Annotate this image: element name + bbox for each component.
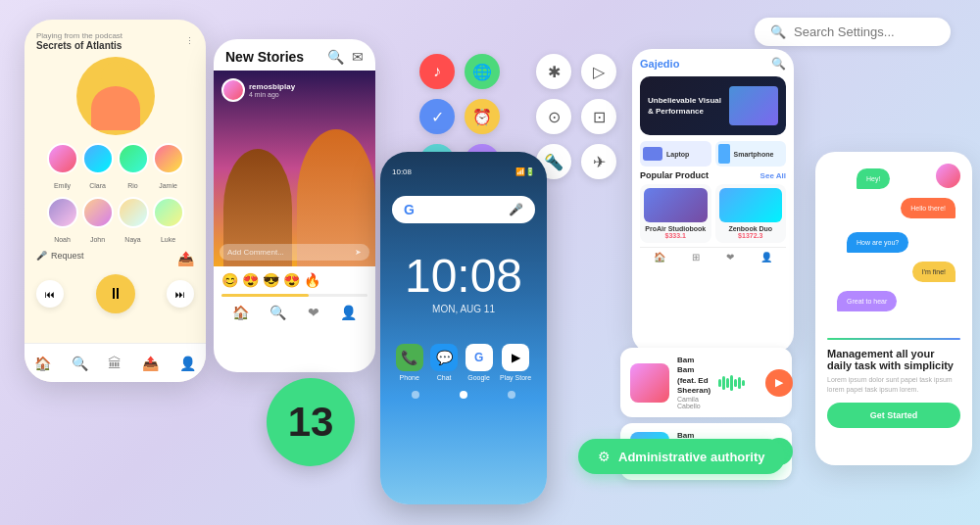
profile-bottom-icon[interactable]: 👤 <box>340 305 357 320</box>
get-started-button[interactable]: Get Started <box>827 403 960 428</box>
phone2-header: New Stories 🔍 ✉ <box>214 39 375 71</box>
timer-app-icon[interactable]: ⊙ <box>536 99 571 134</box>
name-luke: Luke <box>153 236 184 243</box>
comment-placeholder: Add Comment... <box>227 248 284 257</box>
cat-laptop: Laptop <box>666 151 689 158</box>
emoji-2[interactable]: 😍 <box>242 272 259 288</box>
wave-bar <box>742 380 745 386</box>
story-preview[interactable]: remosbiplay 4 min ago Add Comment... ➤ <box>214 71 375 266</box>
explore-bottom-icon[interactable]: 🔍 <box>270 305 286 320</box>
product-2[interactable]: Zenbook Duo $1372.3 <box>715 184 787 243</box>
emoji-5[interactable]: 🔥 <box>304 272 320 288</box>
phone4-search-icon[interactable]: 🔍 <box>771 57 786 71</box>
emoji-4[interactable]: 😍 <box>283 272 300 288</box>
stories-search-icon[interactable]: 🔍 <box>327 49 344 65</box>
phone1-request[interactable]: 🎤 Request <box>36 251 84 261</box>
home-bottom-icon[interactable]: 🏠 <box>232 305 249 320</box>
play-pause-button[interactable]: ⏸ <box>96 274 135 313</box>
phone1-more-icon[interactable]: ⋮ <box>185 36 194 46</box>
name-jamie: Jamie <box>153 182 184 189</box>
music-waveform-1 <box>718 373 758 393</box>
search-input[interactable] <box>794 24 935 39</box>
mic-google-icon[interactable]: 🎤 <box>509 203 523 216</box>
search-icon: 🔍 <box>770 24 786 39</box>
play-button-1[interactable]: ▶ <box>765 369 793 397</box>
nav-dot-3 <box>508 391 515 399</box>
phone3-date: MON, AUG 11 <box>392 304 535 314</box>
phone4-grid-icon[interactable]: ⊞ <box>692 252 700 262</box>
crop-app-icon[interactable]: ⊡ <box>581 99 616 134</box>
phone4-heart-icon[interactable]: ❤ <box>726 252 734 262</box>
playback-controls: ⏮ ⏸ ⏭ <box>36 274 194 313</box>
story-bottom-nav: 🏠 🔍 ❤ 👤 <box>214 297 375 328</box>
chat-avatar <box>936 164 960 188</box>
product-1[interactable]: ProAir Studiobook $333.1 <box>640 184 711 243</box>
friend-emily[interactable] <box>47 143 78 174</box>
next-button[interactable]: ⏭ <box>167 280 194 308</box>
phone1-song-title: Secrets of Atlantis <box>36 40 122 51</box>
wave-bar <box>718 379 721 387</box>
chat-app-icon: 💬 <box>430 344 458 371</box>
friend-clara[interactable] <box>82 143 114 174</box>
wave-bar <box>722 376 725 390</box>
phone1-friends-row1 <box>36 143 194 174</box>
chat-bubble-1: Hey! <box>857 168 890 189</box>
emoji-1[interactable]: 😊 <box>221 272 238 288</box>
phone1-friends-row2 <box>36 197 194 228</box>
phone2-stories: New Stories 🔍 ✉ remosbiplay 4 min ago Ad… <box>214 39 375 372</box>
music-thumb-1 <box>630 363 669 403</box>
friend-john[interactable] <box>82 197 114 228</box>
home-nav-icon[interactable]: 🏠 <box>34 356 51 371</box>
music-app-icon[interactable]: ♪ <box>419 54 455 89</box>
friend-rio[interactable] <box>118 143 149 174</box>
friend-noah[interactable] <box>47 197 78 228</box>
check-app-icon[interactable]: ✓ <box>419 99 455 134</box>
phone1-header: Playing from the podcast Secrets of Atla… <box>36 31 194 51</box>
location-app-icon[interactable]: ▷ <box>581 54 616 89</box>
android13-number: 13 <box>288 399 334 446</box>
share-icon[interactable]: 📤 <box>177 251 194 266</box>
name-rio: Rio <box>118 182 149 189</box>
music-card-1[interactable]: Bam Bam (feat. Ed Sheeran) Camila Cabell… <box>620 348 792 418</box>
alarm-app-icon[interactable]: ⏰ <box>465 99 500 134</box>
upload-nav-icon[interactable]: 📤 <box>142 356 159 371</box>
story-time: 4 min ago <box>249 91 295 98</box>
emoji-3[interactable]: 😎 <box>263 272 279 288</box>
prev-button[interactable]: ⏮ <box>36 280 64 308</box>
airplane-app-icon[interactable]: ✈ <box>581 144 616 179</box>
search-bar[interactable]: 🔍 <box>755 18 951 46</box>
name-emily: Emily <box>47 182 78 189</box>
phone4-home-icon[interactable]: 🏠 <box>654 252 665 262</box>
name-clara: Clara <box>82 182 114 189</box>
admin-authority-button[interactable]: ⚙ Administrative authority <box>578 439 785 474</box>
chat-app[interactable]: 💬 Chat <box>430 344 458 381</box>
phone2-header-icons: 🔍 ✉ <box>327 49 364 65</box>
phone3-google-search[interactable]: G 🎤 <box>392 196 535 223</box>
heart-bottom-icon[interactable]: ❤ <box>308 305 319 320</box>
friend-names-row1: Emily Clara Rio Jamie <box>36 182 194 189</box>
nav-dot-1 <box>412 391 419 399</box>
friend-jamie[interactable] <box>153 143 184 174</box>
stories-msg-icon[interactable]: ✉ <box>352 49 364 65</box>
phone3-status-bar: 10:08 📶🔋 <box>392 167 535 176</box>
phone4-bottom-nav: 🏠 ⊞ ❤ 👤 <box>640 247 786 262</box>
icon-grid-right: ✱ ▷ ⊙ ⊡ 🔦 ✈ <box>536 54 616 179</box>
friend-luke[interactable] <box>153 197 184 228</box>
library-nav-icon[interactable]: 🏛 <box>108 356 122 371</box>
web-app-icon[interactable]: 🌐 <box>465 54 500 89</box>
google-app[interactable]: G Google <box>466 344 493 381</box>
bluetooth-app-icon[interactable]: ✱ <box>536 54 571 89</box>
play-app[interactable]: ▶ Play Store <box>500 344 531 381</box>
phone5-title: Management all your daily task with simp… <box>827 348 960 371</box>
phone-app[interactable]: 📞 Phone <box>396 344 423 381</box>
product-2-img <box>719 188 783 222</box>
phone4-profile-icon[interactable]: 👤 <box>760 252 772 262</box>
play-app-icon: ▶ <box>502 344 529 371</box>
wave-bar <box>738 377 741 389</box>
friend-naya[interactable] <box>118 197 149 228</box>
chat-bubbles: Hey! Hello there! How are you? I'm fine!… <box>827 164 960 330</box>
search-nav-icon[interactable]: 🔍 <box>72 356 88 371</box>
profile-nav-icon[interactable]: 👤 <box>179 356 196 371</box>
see-all-button[interactable]: See All <box>760 171 786 180</box>
story-comment-bar[interactable]: Add Comment... ➤ <box>220 244 369 261</box>
